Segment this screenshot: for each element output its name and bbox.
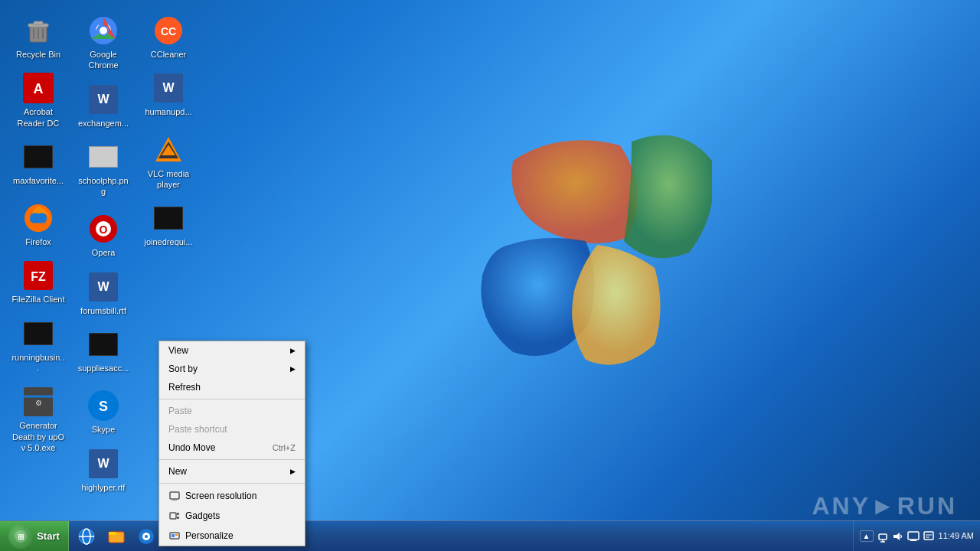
icon-suppliesacc[interactable]: suppliesacc... [73,325,134,377]
svg-rect-33 [177,517,179,519]
start-orb: ⊞ [8,524,33,549]
googlechrome-label: Google Chrome [77,49,130,71]
acrobat-icon: A [23,73,54,103]
icon-humanupd[interactable]: W humanupd... [138,69,199,121]
skype-icon: S [88,390,119,421]
icon-runningbusiness[interactable]: runningbusin... [8,315,69,378]
icon-firefox[interactable]: Firefox [8,199,69,251]
humanupd-icon: W [153,73,184,103]
menu-separator-1 [159,399,305,399]
menu-item-undo-move[interactable]: Undo Move Ctrl+Z [159,439,305,457]
menu-item-paste: Paste [159,402,305,420]
svg-text:A: A [34,81,44,96]
anyrun-text: ANY►RUN [812,492,957,520]
icon-ccleaner[interactable]: CC CCleaner [138,11,199,64]
display-icon [907,530,920,543]
menu-new-label: New [168,466,187,477]
start-button[interactable]: ⊞ Start [0,521,69,551]
personalize-icon [168,530,181,542]
icon-exchangem[interactable]: W exchangem... [73,80,134,132]
filezilla-label: FileZilla Client [11,294,64,305]
suppliesacc-icon [88,329,119,360]
system-clock[interactable]: 11:49 AM [939,530,974,542]
screen-resolution-label: Screen resolution [185,491,256,501]
icon-highlyper[interactable]: W highlyper.rtf [73,445,134,497]
menu-item-paste-shortcut: Paste shortcut [159,420,305,439]
icon-recycle-bin[interactable]: Recycle Bin [8,11,69,64]
schoolphp-label: schoolphp.png [77,175,130,197]
desktop[interactable]: ANY►RUN Recycle Bin A [0,0,980,551]
joinedregui-label: joinedrequi... [145,236,193,247]
menu-item-new[interactable]: New ▶ [159,462,305,481]
system-tray-icons: ▲ [860,530,935,543]
recycle-bin-label: Recycle Bin [16,49,60,60]
exchangem-label: exchangem... [78,118,129,129]
icon-skype[interactable]: S Skype [73,386,134,439]
recycle-bin-icon [23,15,54,46]
taskbar: ⊞ Start [0,520,980,551]
svg-rect-29 [170,492,179,499]
runningbusiness-label: runningbusin... [11,352,65,374]
firefox-label: Firefox [25,236,51,247]
opera-icon: O [88,214,119,244]
svg-rect-36 [175,534,178,536]
menu-separator-2 [159,459,305,460]
icon-joinedregui[interactable]: joinedrequi... [138,199,199,251]
exchangem-icon: W [88,84,119,115]
icon-maxfavorite[interactable]: maxfavorite... [8,138,69,190]
menu-item-sort[interactable]: Sort by ▶ [159,360,305,378]
svg-marker-59 [893,533,900,540]
network-icon [877,530,889,543]
gadgets-icon [168,510,181,522]
clock-time: 11:49 AM [939,530,974,542]
svg-rect-31 [170,513,176,519]
icon-vlc[interactable]: VLC media player [138,131,199,194]
gadgets-content: Gadgets [168,510,220,522]
menu-item-refresh[interactable]: Refresh [159,378,305,396]
menu-undo-move-label: Undo Move [168,442,215,453]
icon-acrobat[interactable]: A Acrobat Reader DC [8,69,69,132]
icon-schoolphp[interactable]: schoolphp.png [73,138,134,201]
icon-opera[interactable]: O Opera [73,210,134,262]
skype-label: Skype [92,424,116,435]
menu-view-label: View [168,345,188,356]
taskbar-system-tray: ▲ [853,521,980,551]
icon-generator[interactable]: ⚙ Generator Death by upO v 5.0.exe [8,383,69,457]
menu-item-personalize[interactable]: Personalize [159,526,305,546]
maxfavorite-icon [23,142,54,172]
svg-rect-43 [109,532,116,535]
screen-resolution-icon [168,490,181,502]
generator-icon: ⚙ [23,386,54,417]
taskbar-explorer-icon[interactable] [103,523,130,550]
icon-googlechrome[interactable]: Google Chrome [73,11,134,75]
svg-text:O: O [100,223,108,236]
menu-item-view[interactable]: View ▶ [159,341,305,360]
ccleaner-icon: CC [153,15,184,46]
menu-undo-move-shortcut: Ctrl+Z [273,443,296,452]
action-center-icon [923,530,935,543]
humanupd-label: humanupd... [145,106,191,117]
tray-expand[interactable]: ▲ [860,530,874,542]
svg-rect-61 [910,540,916,541]
menu-sort-arrow: ▶ [290,365,296,373]
svg-text:CC: CC [161,25,176,37]
icon-forumsbill[interactable]: W forumsbill.rtf [73,268,134,320]
menu-separator-3 [159,483,305,484]
volume-icon [892,530,904,543]
gadgets-label: Gadgets [185,510,220,521]
maxfavorite-label: maxfavorite... [13,175,64,186]
highlyper-label: highlyper.rtf [82,482,126,493]
svg-text:⊞: ⊞ [18,533,24,541]
svg-text:FZ: FZ [31,270,46,283]
menu-item-gadgets[interactable]: Gadgets [159,506,305,526]
menu-item-screen-resolution[interactable]: Screen resolution [159,486,305,506]
taskbar-ie-icon[interactable] [73,523,100,550]
forumsbill-icon: W [88,272,119,302]
generator-label: Generator Death by upO v 5.0.exe [11,420,65,453]
taskbar-mediaplayer-icon[interactable] [132,523,160,550]
icon-filezilla[interactable]: FZ FileZilla Client [8,256,69,308]
anyrun-watermark: ANY►RUN [812,492,957,520]
start-label: Start [37,530,60,542]
svg-text:S: S [99,399,108,414]
svg-text:⚙: ⚙ [35,399,42,407]
